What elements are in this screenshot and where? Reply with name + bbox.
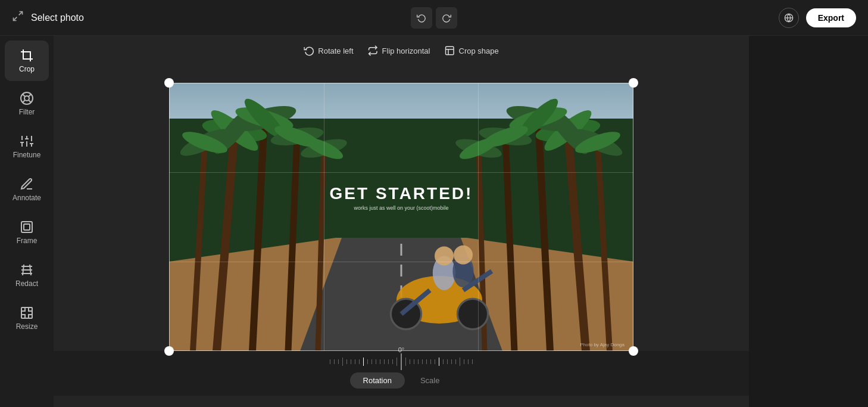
crop-shape-label: Crop shape bbox=[458, 46, 498, 55]
sidebar-item-resize-label: Resize bbox=[16, 322, 38, 331]
rotate-left-button[interactable]: Rotate left bbox=[304, 45, 353, 56]
redact-icon bbox=[20, 263, 34, 277]
flip-horizontal-label: Flip horizontal bbox=[382, 46, 430, 55]
photo-container: GET STARTED! works just as well on your … bbox=[169, 83, 633, 351]
svg-text:Photo by Ajay Donga: Photo by Ajay Donga bbox=[580, 342, 625, 347]
sidebar-item-redact[interactable]: Redact bbox=[5, 255, 49, 296]
right-panel bbox=[749, 36, 868, 407]
expand-icon[interactable] bbox=[12, 10, 24, 25]
main-content: Crop Filter bbox=[0, 36, 868, 407]
svg-line-1 bbox=[14, 17, 17, 21]
sidebar-item-crop-label: Crop bbox=[19, 65, 35, 73]
bottom-tabs: Rotation Scale bbox=[350, 372, 453, 389]
finetune-icon bbox=[20, 134, 34, 148]
tab-scale[interactable]: Scale bbox=[407, 372, 453, 389]
canvas-area: Rotate left Flip horizontal Crop shape bbox=[54, 36, 749, 407]
flip-horizontal-icon bbox=[368, 45, 379, 56]
svg-rect-19 bbox=[21, 222, 32, 232]
crop-handle-top-right[interactable] bbox=[629, 78, 638, 88]
top-bar-left: Select photo bbox=[12, 10, 84, 25]
svg-line-6 bbox=[23, 94, 25, 97]
frame-icon bbox=[20, 220, 34, 234]
rotate-left-label: Rotate left bbox=[318, 46, 353, 55]
svg-text:GET STARTED!: GET STARTED! bbox=[330, 184, 473, 203]
photo-scene: GET STARTED! works just as well on your … bbox=[169, 83, 633, 351]
sidebar-item-resize[interactable]: Resize bbox=[5, 298, 49, 338]
undo-button[interactable] bbox=[411, 7, 432, 29]
crop-handle-bottom-right[interactable] bbox=[629, 346, 638, 356]
angle-label: 0° bbox=[398, 346, 405, 353]
svg-rect-20 bbox=[24, 224, 30, 230]
canvas-toolbar: Rotate left Flip horizontal Crop shape bbox=[304, 45, 498, 56]
sidebar-item-filter[interactable]: Filter bbox=[5, 83, 49, 124]
svg-line-0 bbox=[19, 12, 23, 15]
sidebar-item-redact-label: Redact bbox=[15, 279, 38, 288]
flip-horizontal-button[interactable]: Flip horizontal bbox=[368, 45, 430, 56]
redo-button[interactable] bbox=[436, 7, 457, 29]
annotate-icon bbox=[20, 177, 34, 191]
sidebar-item-frame[interactable]: Frame bbox=[5, 212, 49, 253]
tab-rotation[interactable]: Rotation bbox=[350, 372, 405, 389]
svg-point-5 bbox=[24, 96, 29, 101]
select-photo-button[interactable]: Select photo bbox=[31, 13, 84, 23]
svg-line-7 bbox=[29, 100, 31, 102]
svg-point-75 bbox=[435, 246, 454, 265]
sidebar-item-finetune-label: Finetune bbox=[13, 151, 41, 159]
export-button[interactable]: Export bbox=[806, 8, 856, 27]
sidebar-item-frame-label: Frame bbox=[17, 237, 38, 245]
filter-icon bbox=[20, 91, 34, 105]
svg-line-8 bbox=[29, 94, 31, 97]
crop-handle-top-left[interactable] bbox=[164, 78, 174, 88]
crop-icon bbox=[20, 48, 34, 63]
svg-point-77 bbox=[454, 246, 473, 265]
rotate-left-icon bbox=[304, 45, 314, 56]
top-bar-right: Export bbox=[779, 8, 856, 28]
svg-point-73 bbox=[457, 299, 488, 329]
rotation-ruler[interactable]: 0° bbox=[223, 356, 580, 368]
ruler-center-line bbox=[401, 353, 402, 370]
crop-shape-button[interactable]: Crop shape bbox=[444, 45, 498, 56]
sidebar-item-annotate-label: Annotate bbox=[13, 194, 41, 202]
top-bar: Select photo Export bbox=[0, 0, 868, 36]
resize-icon bbox=[20, 306, 34, 320]
globe-button[interactable] bbox=[779, 8, 799, 28]
crop-shape-icon bbox=[444, 45, 455, 56]
left-sidebar: Crop Filter bbox=[0, 36, 54, 407]
bottom-bar: 0° bbox=[54, 351, 749, 396]
sidebar-item-filter-label: Filter bbox=[19, 108, 35, 116]
sidebar-item-crop[interactable]: Crop bbox=[5, 41, 49, 81]
scene-svg: GET STARTED! works just as well on your … bbox=[169, 83, 633, 351]
top-bar-center bbox=[411, 7, 457, 29]
sidebar-item-finetune[interactable]: Finetune bbox=[5, 126, 49, 167]
svg-text:works just as well on your (sc: works just as well on your (scoot)mobile bbox=[353, 205, 448, 211]
crop-handle-bottom-left[interactable] bbox=[164, 346, 174, 356]
svg-rect-26 bbox=[21, 307, 32, 318]
sidebar-item-annotate[interactable]: Annotate bbox=[5, 169, 49, 210]
svg-line-9 bbox=[23, 100, 25, 102]
svg-rect-27 bbox=[446, 46, 454, 55]
